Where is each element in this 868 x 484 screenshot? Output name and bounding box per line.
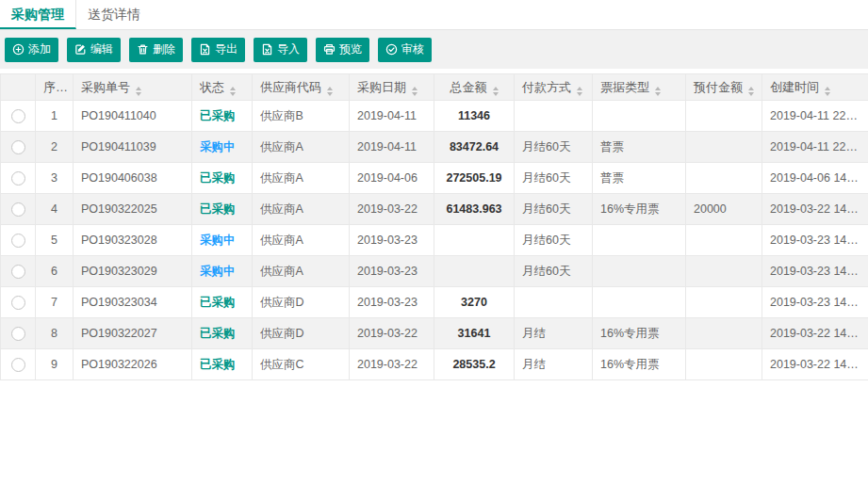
cell-payment: 月结 <box>515 349 593 380</box>
cell-status: 采购中 <box>192 225 253 256</box>
row-select-cell <box>1 194 36 225</box>
cell-created: 2019-03-23 14:15 <box>762 256 868 287</box>
row-radio[interactable] <box>11 265 25 279</box>
cell-payment: 月结60天 <box>515 225 593 256</box>
cell-supplier: 供应商C <box>253 349 350 380</box>
sort-icon[interactable] <box>327 87 333 96</box>
column-header-invoice_type[interactable]: 票据类型 <box>593 74 686 101</box>
cell-total_amount: 83472.64 <box>434 132 515 163</box>
cell-po: PO190411040 <box>74 101 192 132</box>
column-label: 票据类型 <box>600 80 649 94</box>
trash-icon <box>137 43 149 56</box>
cell-purchase_date: 2019-03-22 <box>350 194 434 225</box>
audit-button[interactable]: 审核 <box>378 38 432 62</box>
cell-seq: 4 <box>36 194 74 225</box>
table-header-row: 序号采购单号状态供应商代码采购日期总金额付款方式票据类型预付金额创建时间 <box>1 74 868 101</box>
row-radio[interactable] <box>11 358 25 372</box>
cell-po: PO190411039 <box>74 132 192 163</box>
column-header-status[interactable]: 状态 <box>192 74 253 101</box>
table-row[interactable]: 2PO190411039采购中供应商A2019-04-1183472.64月结6… <box>1 132 868 163</box>
cell-supplier: 供应商A <box>253 132 350 163</box>
cell-created: 2019-03-22 14:53 <box>762 194 868 225</box>
table-row[interactable]: 9PO190322026已采购供应商C2019-03-2228535.2月结16… <box>1 349 868 380</box>
cell-status: 采购中 <box>192 132 253 163</box>
cell-po: PO190323028 <box>74 225 192 256</box>
table-row[interactable]: 4PO190322025已采购供应商A2019-03-2261483.963月结… <box>1 194 868 225</box>
button-label: 导入 <box>277 41 300 57</box>
row-radio[interactable] <box>11 202 25 217</box>
header-select-cell <box>1 74 36 101</box>
table-row[interactable]: 1PO190411040已采购供应商B2019-04-11113462019-0… <box>1 101 868 132</box>
row-radio[interactable] <box>11 109 25 123</box>
row-radio[interactable] <box>11 171 25 186</box>
row-select-cell <box>1 132 36 163</box>
table-row[interactable]: 6PO190323029采购中供应商A2019-03-23月结60天2019-0… <box>1 256 868 287</box>
sort-icon[interactable] <box>748 87 754 96</box>
cell-status: 已采购 <box>192 194 253 225</box>
row-select-cell <box>1 349 36 380</box>
sort-icon[interactable] <box>655 87 661 96</box>
export-button[interactable]: 导出 <box>191 38 245 62</box>
column-header-supplier[interactable]: 供应商代码 <box>253 74 350 101</box>
add-button[interactable]: 添加 <box>5 38 58 62</box>
cell-prepaid <box>686 318 762 349</box>
column-header-total_amount[interactable]: 总金额 <box>434 74 515 101</box>
column-header-po[interactable]: 采购单号 <box>74 74 192 101</box>
row-radio[interactable] <box>11 234 25 248</box>
cell-status: 已采购 <box>192 101 253 132</box>
sort-icon[interactable] <box>230 87 236 96</box>
sort-icon[interactable] <box>493 87 499 96</box>
toolbar: 添加 编辑 删除 导出 导入 预览 审核 <box>0 30 868 69</box>
column-header-created[interactable]: 创建时间 <box>762 74 868 101</box>
preview-button[interactable]: 预览 <box>316 38 369 62</box>
cell-total_amount: 31641 <box>434 318 515 349</box>
cell-po: PO190406038 <box>74 163 192 194</box>
row-select-cell <box>1 163 36 194</box>
cell-po: PO190322025 <box>74 194 192 225</box>
cell-total_amount <box>434 256 515 287</box>
cell-invoice_type: 16%专用票 <box>593 349 686 380</box>
column-label: 预付金额 <box>694 80 743 94</box>
tab-purchase-management[interactable]: 采购管理 <box>0 0 76 29</box>
sort-icon[interactable] <box>577 87 582 96</box>
cell-created: 2019-03-22 14:55 <box>762 349 868 380</box>
column-header-payment[interactable]: 付款方式 <box>515 74 593 101</box>
cell-prepaid: 20000 <box>686 194 762 225</box>
cell-seq: 8 <box>36 318 74 349</box>
column-header-purchase_date[interactable]: 采购日期 <box>350 74 434 101</box>
cell-status: 已采购 <box>192 163 253 194</box>
row-select-cell <box>1 225 36 256</box>
table-row[interactable]: 7PO190323034已采购供应商D2019-03-2332702019-03… <box>1 287 868 318</box>
cell-purchase_date: 2019-03-23 <box>350 256 434 287</box>
cell-payment <box>515 101 593 132</box>
button-label: 审核 <box>401 41 424 57</box>
cell-payment: 月结60天 <box>515 163 593 194</box>
cell-created: 2019-04-11 22:52 <box>762 132 868 163</box>
cell-created: 2019-03-23 14:14 <box>762 225 868 256</box>
column-label: 付款方式 <box>522 80 571 94</box>
sort-icon[interactable] <box>136 87 141 96</box>
cell-invoice_type: 普票 <box>593 132 686 163</box>
column-header-prepaid[interactable]: 预付金额 <box>686 74 762 101</box>
excel-file-icon <box>261 43 273 56</box>
purchase-order-table: 序号采购单号状态供应商代码采购日期总金额付款方式票据类型预付金额创建时间 1PO… <box>0 73 868 380</box>
sort-icon[interactable] <box>412 87 418 96</box>
row-radio[interactable] <box>11 327 25 341</box>
row-radio[interactable] <box>11 296 25 310</box>
delete-button[interactable]: 删除 <box>129 38 183 62</box>
excel-file-icon <box>199 43 211 56</box>
tab-delivery-details[interactable]: 送货详情 <box>76 0 152 29</box>
cell-supplier: 供应商A <box>253 194 350 225</box>
import-button[interactable]: 导入 <box>254 38 307 62</box>
cell-prepaid <box>686 256 762 287</box>
row-radio[interactable] <box>11 140 25 154</box>
cell-po: PO190323034 <box>74 287 192 318</box>
cell-invoice_type <box>593 256 686 287</box>
cell-seq: 5 <box>36 225 74 256</box>
table-row[interactable]: 5PO190323028采购中供应商A2019-03-23月结60天2019-0… <box>1 225 868 256</box>
sort-icon[interactable] <box>825 87 830 96</box>
table-row[interactable]: 3PO190406038已采购供应商A2019-04-06272505.19月结… <box>1 163 868 194</box>
edit-button[interactable]: 编辑 <box>67 38 121 62</box>
column-label: 序号 <box>43 80 68 94</box>
table-row[interactable]: 8PO190322027已采购供应商D2019-03-2231641月结16%专… <box>1 318 868 349</box>
